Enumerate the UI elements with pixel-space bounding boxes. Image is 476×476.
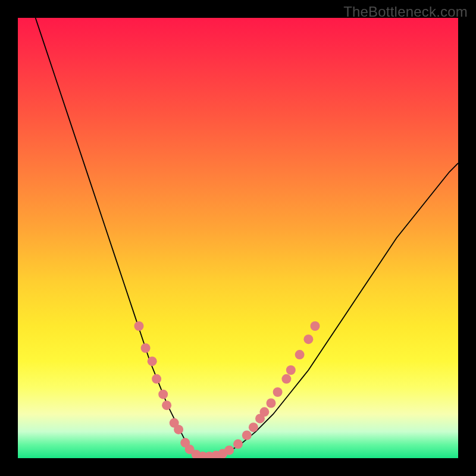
data-marker: [267, 399, 276, 408]
data-marker: [162, 400, 171, 410]
data-marker: [303, 334, 313, 344]
data-marker: [311, 321, 320, 331]
data-marker: [242, 431, 252, 440]
data-marker: [233, 439, 243, 449]
chart-frame: TheBottleneck.com: [0, 0, 476, 476]
data-marker: [224, 446, 234, 455]
data-marker: [273, 387, 283, 397]
curve-svg: [18, 18, 458, 458]
data-marker: [286, 365, 296, 375]
watermark-text: TheBottleneck.com: [343, 4, 468, 20]
data-marker: [134, 321, 144, 331]
bottleneck-curve: [36, 18, 458, 458]
data-marker: [295, 350, 305, 359]
data-marker: [249, 422, 258, 432]
plot-area: [18, 18, 458, 458]
data-marker: [281, 374, 291, 384]
data-marker: [141, 343, 151, 353]
data-marker: [152, 374, 161, 384]
data-marker: [259, 407, 269, 416]
data-marker: [148, 356, 157, 366]
marker-group: [134, 321, 320, 458]
data-marker: [158, 390, 168, 399]
data-marker: [174, 425, 183, 434]
